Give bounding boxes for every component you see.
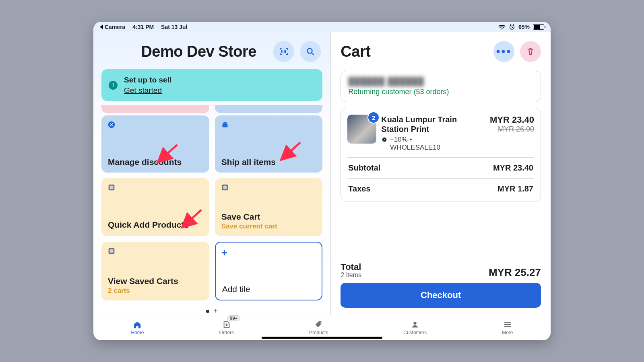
- cart-more-button[interactable]: •••: [493, 41, 514, 62]
- ipad-frame: Camera 4:31 PM Sat 13 Jul 65% Demo Dev S…: [93, 22, 551, 340]
- tab-label: Customers: [403, 330, 427, 335]
- taxes-label: Taxes: [348, 184, 370, 193]
- item-price: MYR 23.40: [490, 115, 534, 125]
- svg-rect-3: [222, 124, 227, 128]
- subtotal-value: MYR 23.40: [493, 163, 533, 173]
- search-button[interactable]: [300, 41, 321, 62]
- home-pane: Demo Dev Store ! Set up to sell Get star…: [93, 32, 331, 315]
- tile-add-tile[interactable]: + Add tile: [215, 242, 323, 300]
- item-thumbnail: 2: [347, 115, 376, 144]
- customer-status: Returning customer (53 orders): [348, 88, 533, 96]
- total-value: MYR 25.27: [489, 266, 541, 279]
- alarm-icon: [509, 24, 515, 30]
- banner-link[interactable]: Get started: [124, 85, 171, 96]
- item-title: Kuala Lumpur Train Station Print: [381, 115, 485, 134]
- app-icon: [221, 183, 229, 192]
- trash-icon: [526, 47, 535, 56]
- page-dot-active: [206, 310, 209, 313]
- store-title: Demo Dev Store: [124, 43, 273, 60]
- svg-point-13: [414, 322, 417, 325]
- info-icon: !: [109, 81, 118, 90]
- tile-save-cart[interactable]: Save Cart Save current cart: [215, 178, 323, 236]
- item-qty-badge: 2: [367, 111, 380, 123]
- tile-manage-discounts[interactable]: Manage discounts: [101, 115, 209, 173]
- tile-partial-top-left[interactable]: [101, 105, 209, 113]
- customer-card[interactable]: ██████ ██████ Returning customer (53 ord…: [341, 71, 541, 102]
- tab-home[interactable]: Home: [131, 320, 144, 335]
- svg-rect-8: [223, 186, 227, 189]
- tab-label: Home: [131, 330, 144, 335]
- battery-icon: [533, 24, 544, 30]
- cart-item[interactable]: 2 Kuala Lumpur Train Station Print –10% …: [347, 113, 534, 157]
- taxes-value: MYR 1.87: [497, 184, 533, 193]
- item-discount: –10% •: [390, 136, 412, 144]
- tile-quick-add[interactable]: Quick Add Products: [101, 178, 209, 236]
- orders-icon: [222, 320, 231, 329]
- tile-label: Save Cart: [221, 212, 316, 222]
- wifi-icon: [498, 24, 506, 30]
- add-page-icon[interactable]: +: [213, 307, 218, 315]
- tab-customers[interactable]: Customers: [403, 320, 427, 335]
- status-time: 4:31 PM: [132, 24, 154, 30]
- tile-partial-top-right[interactable]: [215, 105, 323, 113]
- tab-bar: Home 99+ Orders Products Customers More: [93, 315, 551, 340]
- tab-more[interactable]: More: [502, 320, 513, 335]
- tile-label: Manage discounts: [108, 157, 203, 167]
- subtotal-label: Subtotal: [348, 163, 380, 173]
- status-date: Sat 13 Jul: [161, 24, 187, 30]
- plus-icon: +: [221, 247, 227, 259]
- status-bar: Camera 4:31 PM Sat 13 Jul 65%: [93, 22, 551, 32]
- svg-rect-6: [109, 186, 113, 189]
- barcode-icon: [279, 47, 289, 56]
- orders-badge: 99+: [227, 315, 240, 321]
- item-compare-price: MYR 26.00: [490, 125, 534, 134]
- svg-point-12: [320, 323, 321, 324]
- tile-label: Quick Add Products: [108, 220, 203, 230]
- total-label: Total: [341, 263, 361, 272]
- tile-view-saved-carts[interactable]: View Saved Carts 2 carts: [101, 242, 209, 300]
- person-icon: [411, 320, 419, 329]
- tile-label: Add tile: [222, 284, 316, 294]
- cart-pane: Cart ••• ██████ ██████ Returning custome…: [331, 32, 551, 315]
- tab-orders[interactable]: 99+ Orders: [219, 320, 234, 335]
- tile-label: Ship all items: [221, 157, 316, 167]
- customer-name-redacted: ██████ ██████: [348, 77, 533, 86]
- tile-sub: 2 carts: [108, 287, 203, 295]
- tile-label: View Saved Carts: [108, 276, 203, 286]
- checkout-button[interactable]: Checkout: [341, 283, 541, 308]
- taxes-row: Taxes MYR 1.87: [347, 178, 534, 199]
- svg-rect-4: [223, 122, 226, 124]
- home-icon: [133, 320, 142, 329]
- svg-rect-10: [109, 249, 113, 253]
- scan-button[interactable]: [273, 41, 294, 62]
- page-indicator[interactable]: +: [101, 307, 322, 315]
- cart-items-card: 2 Kuala Lumpur Train Station Print –10% …: [341, 108, 541, 202]
- back-to-app[interactable]: Camera: [100, 24, 125, 30]
- tile-ship-all[interactable]: Ship all items: [215, 115, 323, 173]
- discount-badge-icon: [381, 136, 388, 143]
- cart-title: Cart: [341, 43, 370, 60]
- app-icon: [107, 247, 116, 255]
- discount-icon: [107, 120, 116, 129]
- tab-label: More: [502, 330, 513, 335]
- banner-title: Set up to sell: [124, 75, 171, 85]
- item-discount-code: WHOLESALE10: [390, 144, 485, 152]
- clear-cart-button[interactable]: [520, 41, 541, 62]
- tag-icon: [314, 320, 323, 329]
- tab-products[interactable]: Products: [309, 320, 328, 335]
- menu-icon: [503, 320, 512, 329]
- total-row: Total 2 items MYR 25.27: [341, 263, 541, 279]
- setup-banner[interactable]: ! Set up to sell Get started: [101, 69, 322, 101]
- battery-pct: 65%: [518, 24, 530, 30]
- search-icon: [305, 47, 315, 56]
- subtotal-row: Subtotal MYR 23.40: [347, 157, 534, 178]
- tile-sub: Save current cart: [221, 222, 316, 230]
- tab-label: Products: [309, 330, 328, 335]
- home-indicator[interactable]: [262, 337, 382, 339]
- tab-label: Orders: [219, 330, 234, 335]
- total-sub: 2 items: [341, 272, 361, 279]
- app-icon: [107, 183, 116, 192]
- box-icon: [221, 120, 229, 129]
